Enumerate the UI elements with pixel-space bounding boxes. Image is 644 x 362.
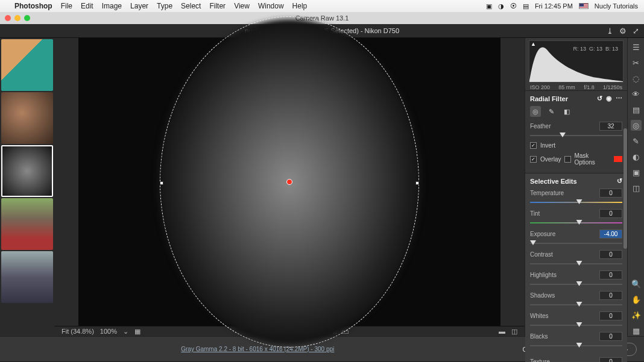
clock[interactable]: Fri 12:45 PM (535, 2, 573, 10)
hand-tool-icon[interactable]: ✋ (631, 294, 642, 305)
highlights-slider[interactable] (530, 281, 622, 287)
thumb-2[interactable] (1, 92, 53, 144)
shadow-clip-icon[interactable]: ▲ (531, 41, 536, 47)
view-split-icon[interactable]: ◫ (511, 328, 517, 335)
invert-checkbox[interactable]: Invert (530, 142, 622, 149)
export-icon[interactable]: ⤓ (607, 27, 613, 36)
snapshot-icon[interactable]: ▣ (631, 167, 642, 178)
handle-left[interactable] (160, 181, 163, 185)
mask-options[interactable]: Mask Options (564, 152, 622, 166)
selective-reset-icon[interactable]: ↺ (617, 177, 622, 185)
app-name[interactable]: Photoshop (14, 2, 52, 10)
handle-right[interactable] (415, 181, 419, 185)
zoom-tool-icon[interactable]: 🔍 (631, 278, 642, 289)
whites-value[interactable]: 0 (599, 311, 622, 320)
feather-slider[interactable] (530, 133, 622, 139)
whites-slider[interactable] (530, 322, 622, 328)
blacks-value[interactable]: 0 (599, 332, 622, 341)
traffic-lights (5, 15, 30, 21)
mask-color-swatch[interactable] (614, 156, 622, 162)
zoom-100[interactable]: 100% (100, 328, 117, 335)
fit-zoom[interactable]: Fit (34.8%) (62, 328, 94, 335)
texture-value[interactable]: 0 (599, 357, 622, 362)
meta-iso: ISO 200 (530, 84, 550, 90)
shadows-value[interactable]: 0 (599, 291, 622, 300)
view-single-icon[interactable]: ▬ (499, 328, 505, 335)
menu-select[interactable]: Select (181, 2, 201, 10)
more-icon[interactable]: ⋯ (616, 95, 622, 102)
workflow-info[interactable]: Gray Gamma 2.2 - 8 bit - 6016 x 4016 (24… (7, 346, 508, 352)
menu-window[interactable]: Window (258, 2, 284, 10)
menu-edit[interactable]: Edit (81, 2, 93, 10)
flag-icon[interactable] (579, 3, 589, 9)
thumb-1[interactable] (1, 39, 53, 91)
thumb-5[interactable] (1, 251, 53, 303)
overlay-checkbox[interactable]: Overlay (530, 156, 561, 163)
brush-tool-icon[interactable]: ✎ (546, 106, 557, 117)
visibility-icon[interactable]: ◉ (606, 95, 612, 102)
camera-icon[interactable]: ▣ (486, 2, 492, 10)
contrast-slider[interactable] (530, 261, 622, 267)
radial-tool-icon[interactable]: ◎ (530, 106, 541, 117)
mac-menubar: Photoshop File Edit Image Layer Type Sel… (0, 0, 644, 12)
thumb-3[interactable] (1, 145, 53, 197)
minimize-button[interactable] (14, 15, 21, 21)
histogram[interactable]: R: 13 G: 13 B: 13 ▲ (529, 40, 623, 83)
temperature-value[interactable]: 0 (599, 189, 622, 198)
menu-image[interactable]: Image (102, 2, 122, 10)
image-canvas[interactable] (54, 38, 525, 326)
reset-icon[interactable]: ↺ (597, 95, 602, 102)
tint-value[interactable]: 0 (599, 209, 622, 218)
cc-icon[interactable]: ◑ (498, 2, 504, 10)
contrast-label: Contrast (530, 251, 566, 258)
menu-file[interactable]: File (61, 2, 72, 10)
fullscreen-icon[interactable]: ⤢ (633, 27, 639, 36)
eraser-tool-icon[interactable]: ◧ (561, 106, 572, 117)
zoom-chevron-icon[interactable]: ⌄ (123, 328, 128, 335)
image-preview (78, 38, 500, 326)
filmstrip (0, 38, 54, 336)
thumb-4[interactable] (1, 198, 53, 250)
sampler-icon[interactable]: ✨ (631, 310, 642, 320)
grid-icon[interactable]: ▦ (631, 325, 642, 336)
linear-grad-icon[interactable]: ▤ (631, 104, 642, 115)
selective-edits-title: Selective Edits (530, 178, 577, 185)
redeye-icon[interactable]: ◐ (631, 151, 642, 162)
wifi-icon[interactable]: ⦿ (510, 2, 517, 10)
close-button[interactable] (5, 15, 11, 21)
temperature-label: Temperature (530, 190, 566, 196)
volume-icon[interactable]: ▤ (523, 2, 529, 10)
tint-label: Tint (530, 210, 566, 217)
radial-filter-pin[interactable] (286, 179, 292, 185)
adjustments-panel: R: 13 G: 13 B: 13 ▲ ISO 200 85 mm f/1.8 … (525, 38, 627, 336)
feather-value[interactable]: 32 (599, 122, 622, 131)
heal-icon[interactable]: ◌ (631, 73, 642, 84)
exposure-slider[interactable] (530, 240, 622, 246)
contrast-value[interactable]: 0 (599, 250, 622, 259)
highlights-label: Highlights (530, 272, 566, 278)
menu-filter[interactable]: Filter (209, 2, 226, 10)
menu-layer[interactable]: Layer (130, 2, 148, 10)
highlights-value[interactable]: 0 (599, 270, 622, 279)
meta-focal: 85 mm (558, 84, 575, 90)
meta-aperture: f/1.8 (584, 84, 595, 90)
blacks-slider[interactable] (530, 343, 622, 349)
radial-grad-icon[interactable]: ◎ (631, 120, 642, 131)
user-name[interactable]: Nucly Tutorials (595, 2, 638, 10)
settings-icon[interactable]: ⚙ (619, 27, 627, 36)
menu-type[interactable]: Type (157, 2, 172, 10)
preset-icon[interactable]: ◫ (631, 183, 642, 193)
compare-icon[interactable]: ▦ (134, 328, 140, 335)
temperature-slider[interactable] (530, 199, 622, 205)
tint-slider[interactable] (530, 220, 622, 226)
panel-scrollbar[interactable] (623, 128, 627, 336)
menu-help[interactable]: Help (292, 2, 308, 10)
brush-icon[interactable]: ✎ (631, 136, 642, 146)
zoom-button[interactable] (24, 15, 30, 21)
menu-view[interactable]: View (234, 2, 250, 10)
crop-icon[interactable]: ✂ (631, 57, 642, 68)
exposure-value[interactable]: -4.00 (599, 229, 622, 239)
shadows-slider[interactable] (530, 302, 622, 308)
eye-icon[interactable]: 👁 (631, 89, 642, 99)
edit-icon[interactable]: ☰ (631, 42, 642, 52)
